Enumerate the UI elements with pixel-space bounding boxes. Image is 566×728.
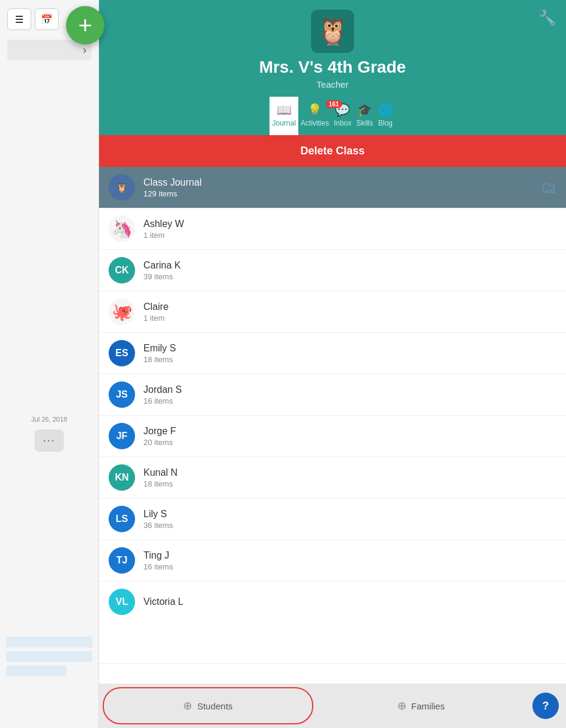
item-info: Lily S 36 items bbox=[143, 509, 556, 530]
tab-journal[interactable]: 📖 Journal bbox=[269, 97, 298, 135]
tab-blog[interactable]: 🌐 Blog bbox=[376, 97, 396, 135]
avatar: 🦄 bbox=[109, 216, 135, 242]
families-button[interactable]: ⊕ Families bbox=[317, 684, 525, 728]
list-item[interactable]: CK Carina K 39 items bbox=[99, 250, 566, 291]
plus-icon: ⊕ bbox=[397, 699, 406, 712]
student-list: 🦉 Class Journal 129 items 🗂 🦄 Ashley W 1… bbox=[99, 167, 566, 728]
item-info: Claire 1 item bbox=[143, 302, 556, 323]
owl-icon: 🦉 bbox=[316, 16, 349, 47]
sidebar: ☰ 📅 › Jul 26, 2018 ··· bbox=[0, 0, 99, 728]
students-label: Students bbox=[197, 701, 232, 711]
journal-icon: 📖 bbox=[277, 103, 292, 117]
list-item[interactable]: JF Jorge F 20 items bbox=[99, 416, 566, 457]
item-name: Ashley W bbox=[143, 219, 556, 229]
class-subtitle: Teacher bbox=[316, 79, 348, 89]
item-name: Carina K bbox=[143, 260, 556, 271]
sidebar-date: Jul 26, 2018 bbox=[0, 411, 98, 428]
avatar: 🐙 bbox=[109, 299, 135, 325]
item-count: 39 items bbox=[143, 272, 556, 281]
plus-icon: ⊕ bbox=[183, 699, 192, 712]
blog-icon: 🌐 bbox=[378, 103, 393, 117]
students-button[interactable]: ⊕ Students bbox=[103, 687, 313, 724]
item-info: Ting J 16 items bbox=[143, 550, 556, 571]
item-info: Carina K 39 items bbox=[143, 260, 556, 281]
tab-blog-label: Blog bbox=[378, 119, 393, 127]
calendar-icon-btn[interactable]: 📅 bbox=[35, 8, 59, 30]
item-count: 36 items bbox=[143, 521, 556, 530]
delete-class-button[interactable]: Delete Class bbox=[99, 135, 566, 167]
list-item[interactable]: 🦄 Ashley W 1 item bbox=[99, 208, 566, 250]
list-item[interactable]: 🐙 Claire 1 item bbox=[99, 291, 566, 333]
tab-skills-label: Skills bbox=[357, 119, 373, 127]
octopus-avatar-icon: 🐙 bbox=[112, 302, 133, 322]
bottom-bar: ⊕ Students ⊕ Families ? bbox=[99, 684, 566, 728]
item-count: 129 items bbox=[143, 189, 541, 198]
item-info: Emily S 18 items bbox=[143, 343, 556, 364]
sidebar-notes-lines bbox=[6, 637, 92, 680]
list-item[interactable]: 🦉 Class Journal 129 items 🗂 bbox=[99, 167, 566, 208]
class-header: 🔧 🦉 Mrs. V's 4th Grade Teacher 📖 Journal… bbox=[99, 0, 566, 135]
avatar: 🦉 bbox=[109, 174, 135, 201]
item-name: Jordan S bbox=[143, 384, 556, 395]
menu-icon-btn[interactable]: ☰ bbox=[7, 8, 31, 30]
item-name: Class Journal bbox=[143, 177, 541, 188]
item-count: 20 items bbox=[143, 438, 556, 447]
list-item[interactable]: KN Kunal N 18 items bbox=[99, 457, 566, 499]
item-count: 18 items bbox=[143, 355, 556, 364]
avatar-initials: JS bbox=[116, 389, 128, 400]
list-item[interactable]: JS Jordan S 16 items bbox=[99, 374, 566, 416]
sidebar-more-btn[interactable]: ··· bbox=[34, 429, 64, 452]
avatar-initials: KN bbox=[115, 472, 128, 483]
item-info: Kunal N 18 items bbox=[143, 467, 556, 488]
avatar-initials: JF bbox=[116, 431, 128, 441]
class-logo: 🦉 bbox=[311, 10, 354, 53]
list-item[interactable]: ES Emily S 18 items bbox=[99, 333, 566, 374]
folder-icon: 🗂 bbox=[541, 178, 556, 197]
list-item[interactable]: LS Lily S 36 items bbox=[99, 499, 566, 540]
unicorn-avatar-icon: 🦄 bbox=[112, 219, 133, 239]
item-count: 18 items bbox=[143, 479, 556, 488]
item-name: Jorge F bbox=[143, 426, 556, 437]
avatar-initials: LS bbox=[116, 514, 128, 524]
tab-activities-label: Activities bbox=[301, 119, 329, 127]
chevron-right-icon: › bbox=[83, 44, 86, 56]
avatar-initials: VL bbox=[116, 596, 128, 607]
help-button[interactable]: ? bbox=[532, 693, 559, 719]
avatar-initials: TJ bbox=[116, 555, 128, 566]
avatar: LS bbox=[109, 506, 135, 532]
avatar-initials: ES bbox=[115, 348, 128, 359]
avatar: VL bbox=[109, 589, 135, 615]
skills-icon: 🎓 bbox=[357, 103, 372, 117]
tab-journal-label: Journal bbox=[272, 119, 295, 127]
item-name: Ting J bbox=[143, 550, 556, 561]
activities-icon: 💡 bbox=[307, 103, 322, 117]
item-count: 1 item bbox=[143, 231, 556, 240]
main-content: 🔧 🦉 Mrs. V's 4th Grade Teacher 📖 Journal… bbox=[99, 0, 566, 728]
item-info: Jordan S 16 items bbox=[143, 384, 556, 405]
list-item[interactable]: VL Victoria L bbox=[99, 581, 566, 664]
tab-inbox[interactable]: 161 💬 Inbox bbox=[331, 97, 354, 135]
avatar: KN bbox=[109, 464, 135, 491]
avatar: ES bbox=[109, 340, 135, 366]
add-fab[interactable]: + bbox=[66, 6, 104, 44]
tab-skills[interactable]: 🎓 Skills bbox=[354, 97, 376, 135]
main-tabs: 📖 Journal 💡 Activities 161 💬 Inbox 🎓 Ski… bbox=[269, 97, 395, 135]
item-name: Emily S bbox=[143, 343, 556, 354]
item-count: 16 items bbox=[143, 562, 556, 571]
settings-icon[interactable]: 🔧 bbox=[538, 10, 556, 26]
item-info: Jorge F 20 items bbox=[143, 426, 556, 447]
item-info: Victoria L bbox=[143, 596, 556, 607]
item-info: Class Journal 129 items bbox=[143, 177, 541, 198]
owl-avatar-icon: 🦉 bbox=[116, 182, 128, 193]
item-info: Ashley W 1 item bbox=[143, 219, 556, 240]
list-item[interactable]: TJ Ting J 16 items bbox=[99, 540, 566, 581]
item-count: 16 items bbox=[143, 396, 556, 405]
avatar: JS bbox=[109, 381, 135, 408]
families-label: Families bbox=[411, 701, 445, 711]
avatar: TJ bbox=[109, 547, 135, 574]
tab-inbox-label: Inbox bbox=[334, 119, 351, 127]
class-title: Mrs. V's 4th Grade bbox=[259, 58, 406, 77]
avatar: CK bbox=[109, 257, 135, 284]
avatar-initials: CK bbox=[115, 265, 128, 276]
item-name: Kunal N bbox=[143, 467, 556, 478]
